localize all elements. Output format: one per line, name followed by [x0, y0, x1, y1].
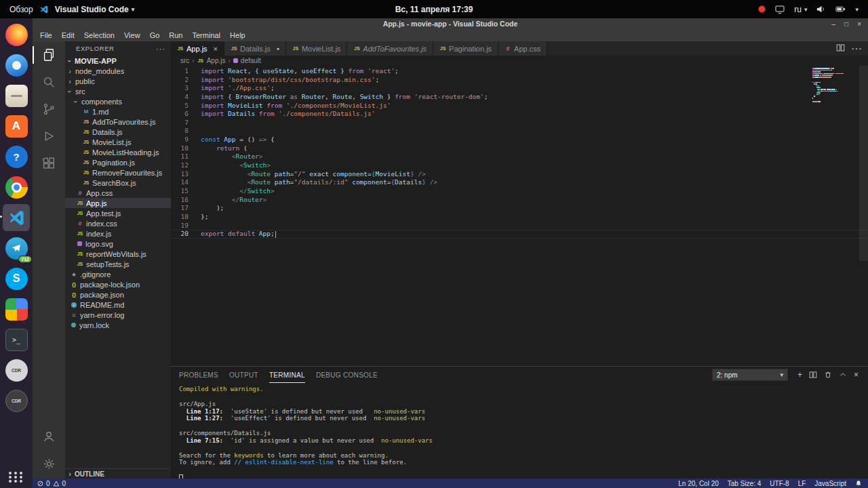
tree-item-movielistheading-js[interactable]: JSMovieListHeading.js [65, 147, 171, 157]
menu-go[interactable]: Go [145, 31, 165, 39]
activity-source-control-button[interactable] [33, 100, 65, 119]
battery-icon[interactable] [835, 4, 846, 14]
tree-item-1-md[interactable]: M1.md [65, 106, 171, 117]
encoding-status[interactable]: UTF-8 [770, 480, 789, 487]
code-line[interactable]: 1import React, { useState, useEffect } f… [171, 67, 868, 76]
editor[interactable]: 1import React, { useState, useEffect } f… [171, 66, 868, 366]
menu-selection[interactable]: Selection [79, 31, 119, 39]
tree-item-index-js[interactable]: JSindex.js [65, 228, 171, 239]
activities-button[interactable]: Обзор [9, 5, 33, 14]
terminal-shell-select[interactable]: 2: npm ▾ [712, 369, 788, 381]
code-line[interactable]: 11 <Router> [171, 152, 868, 161]
dock-item-terminal[interactable]: >_ [3, 326, 30, 353]
activity-explorer-button[interactable] [33, 45, 65, 64]
dock-item-cdr-dark[interactable]: CDR [3, 387, 30, 414]
code-line[interactable]: 8 [171, 127, 868, 136]
tab-pagination-js[interactable]: JSPagination.js [433, 41, 498, 56]
recording-indicator-icon[interactable] [758, 5, 766, 13]
menu-view[interactable]: View [119, 31, 145, 39]
tree-item-node-modules[interactable]: ›node_modules [65, 66, 171, 76]
breadcrumb-item-default[interactable]: default [241, 57, 261, 64]
title-bar[interactable]: App.js - movie-app - Visual Studio Code … [33, 18, 868, 29]
clock[interactable]: Вс, 11 апреля 17:39 [395, 5, 473, 14]
breadcrumb-item-src[interactable]: src [180, 57, 189, 64]
dock-item-photos[interactable] [3, 296, 30, 323]
menu-run[interactable]: Run [164, 31, 187, 39]
code-line[interactable]: 4import { BrowserRouter as Router, Route… [171, 93, 868, 102]
tab-movielist-js[interactable]: JSMovieList.js [286, 41, 347, 56]
indentation-status[interactable]: Tab Size: 4 [728, 480, 761, 487]
tab-app-css[interactable]: #App.css [498, 41, 547, 56]
dock-item-skype[interactable]: S [3, 265, 30, 292]
focused-app-menu[interactable]: Visual Studio Code ▾ [55, 5, 135, 14]
panel-tab-debug-console[interactable]: DEBUG CONSOLE [316, 367, 378, 383]
minimize-button[interactable]: – [832, 20, 836, 28]
system-menu-chevron-icon[interactable]: ▾ [855, 6, 859, 13]
keyboard-layout-indicator[interactable]: ru ▾ [794, 5, 807, 14]
panel-tab-terminal[interactable]: TERMINAL [269, 367, 305, 383]
dock-item-telegram[interactable]: 712 [3, 235, 30, 262]
volume-icon[interactable] [816, 4, 826, 14]
code-line[interactable]: 20export default App; [171, 230, 868, 239]
tree-item-package-json[interactable]: {}package.json [65, 289, 171, 300]
tree-item-logo-svg[interactable]: logo.svg [65, 239, 171, 249]
tree-item-datails-js[interactable]: JSDatails.js [65, 127, 171, 137]
tree-item-yarn-lock[interactable]: yarn.lock [65, 320, 171, 330]
code-line[interactable]: 18}; [171, 213, 868, 222]
tree-item-src[interactable]: ›src [65, 86, 171, 96]
breadcrumb-item-app-js[interactable]: App.js [207, 57, 226, 64]
panel-tab-problems[interactable]: PROBLEMS [179, 367, 218, 383]
maximize-button[interactable]: □ [844, 20, 848, 28]
dock-item-messenger[interactable] [3, 52, 30, 79]
display-icon[interactable] [774, 4, 785, 15]
editor-more-actions-button[interactable]: ··· [851, 43, 862, 55]
tree-item-index-css[interactable]: #index.css [65, 218, 171, 228]
menu-terminal[interactable]: Terminal [188, 31, 226, 39]
tree-item-removefavourites-js[interactable]: JSRemoveFavourites.js [65, 167, 171, 178]
menu-help[interactable]: Help [225, 31, 250, 39]
cursor-position-status[interactable]: Ln 20, Col 20 [678, 480, 719, 487]
tree-item--gitignore[interactable]: ◆.gitignore [65, 269, 171, 279]
dock-item-firefox[interactable] [3, 21, 30, 48]
code-line[interactable]: 2import 'bootstrap/dist/css/bootstrap.mi… [171, 76, 868, 85]
accounts-button[interactable] [33, 427, 65, 446]
dock-item-chrome[interactable] [3, 174, 30, 201]
language-mode-status[interactable]: JavaScript [814, 480, 846, 487]
tree-item-app-css[interactable]: #App.css [65, 188, 171, 198]
new-terminal-button[interactable]: + [797, 371, 802, 379]
problems-status[interactable]: 0 0 [33, 480, 66, 487]
split-editor-button[interactable] [836, 43, 845, 55]
tree-item-components[interactable]: ›components [65, 96, 171, 106]
code-line[interactable]: 5import MovieList from './components/Mov… [171, 102, 868, 110]
tab-datails-js[interactable]: JSDatails.js● [224, 41, 286, 56]
code-line[interactable]: 12 <Switch> [171, 161, 868, 170]
tree-item-app-test-js[interactable]: JSApp.test.js [65, 208, 171, 218]
activity-run-debug-button[interactable] [33, 127, 65, 146]
dock-item-vscode[interactable] [3, 204, 30, 231]
tab-app-js[interactable]: JSApp.js× [171, 41, 224, 56]
tree-item-app-js[interactable]: JSApp.js [65, 198, 171, 208]
code-line[interactable]: 3import './App.css'; [171, 84, 868, 93]
tree-item-reportwebvitals-js[interactable]: JSreportWebVitals.js [65, 249, 171, 259]
tree-item-pagination-js[interactable]: JSPagination.js [65, 157, 171, 167]
code-line[interactable]: 19 [171, 222, 868, 230]
activity-search-button[interactable] [33, 73, 65, 92]
close-panel-button[interactable]: × [854, 371, 859, 379]
code-line[interactable]: 10 return ( [171, 144, 868, 153]
panel-tab-output[interactable]: OUTPUT [229, 367, 258, 383]
settings-gear-button[interactable] [33, 454, 65, 473]
tree-item-searchbox-js[interactable]: JSSearchBox.js [65, 178, 171, 188]
dock-item-files[interactable] [3, 82, 30, 109]
activity-extensions-button[interactable] [33, 154, 65, 173]
tree-item-package-lock-json[interactable]: {}package-lock.json [65, 279, 171, 289]
code-line[interactable]: 6import Datails from './components/Datai… [171, 110, 868, 119]
code-line[interactable]: 17 ); [171, 204, 868, 213]
notifications-bell-icon[interactable] [855, 480, 862, 487]
tree-item-yarn-error-log[interactable]: ≡yarn-error.log [65, 310, 171, 320]
tree-item-movielist-js[interactable]: JSMovieList.js [65, 137, 171, 147]
dock-item-help[interactable]: ? [3, 143, 30, 170]
code-line[interactable]: 7 [171, 119, 868, 127]
dock-item-cdr-light[interactable]: CDR [3, 357, 30, 384]
minimap[interactable] [812, 68, 859, 103]
tab-addtofavourites-js[interactable]: JSAddToFavourites.js [347, 41, 433, 56]
